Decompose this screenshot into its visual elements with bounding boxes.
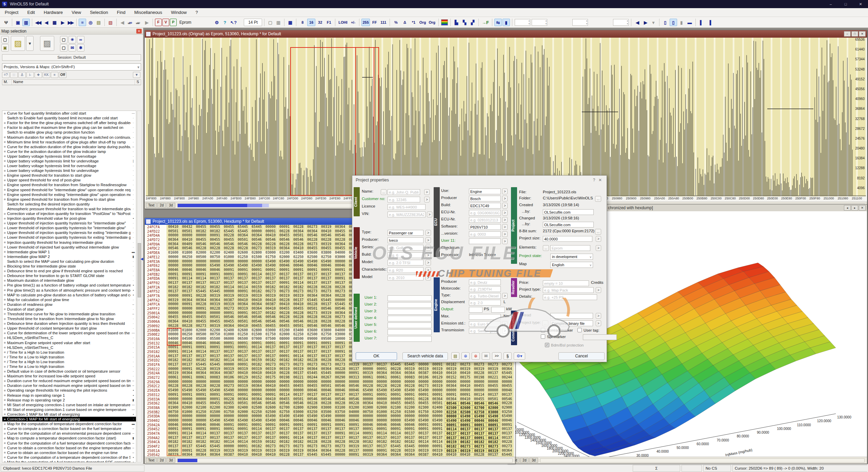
hex-cell[interactable]: 00364 — [208, 453, 222, 457]
map-list-icon[interactable]: ≡ — [79, 19, 86, 26]
hex-cell[interactable]: 00319 — [264, 294, 278, 298]
hex-cell[interactable]: 00319 — [417, 367, 431, 371]
project-state-dropdown[interactable]: in development — [550, 254, 593, 260]
map-list-item[interactable]: ∗/ Time for a High to Low transition· — [2, 350, 136, 355]
hex-cell[interactable]: 00175 — [264, 375, 278, 380]
hex-cell[interactable]: 00114 — [375, 431, 389, 436]
hex-cell[interactable]: 00000 — [347, 380, 361, 384]
hex-cell[interactable]: 00137 — [417, 436, 431, 440]
hex-cell[interactable]: 00091 — [208, 272, 222, 277]
hex-cell[interactable]: 65490 — [250, 418, 264, 423]
hex-cell[interactable]: 00091 — [236, 311, 250, 315]
hex-cell[interactable]: 00546 — [250, 315, 264, 319]
map-list-item[interactable]: ∗Curve for the computation of an environ… — [2, 431, 136, 436]
show-v-icon[interactable]: V — [162, 19, 169, 26]
hex-cell[interactable]: 00546 — [319, 397, 333, 401]
hex-cell[interactable]: 00501 — [236, 319, 250, 324]
hex-cell[interactable]: 65490 — [222, 263, 236, 268]
hex-cell[interactable]: 65490 — [389, 388, 403, 393]
hex-cell[interactable]: 65445 — [500, 371, 514, 375]
map-list-item[interactable]: ∗Default value in case of defective cool… — [2, 369, 136, 374]
hex-cell[interactable]: 00000 — [431, 380, 445, 384]
hex-cell[interactable]: 00228 — [333, 238, 347, 242]
map-list-item[interactable]: ∗Maximum Engine setpoint speed value aft… — [2, 340, 136, 345]
hex-cell[interactable]: 00221 — [486, 375, 500, 380]
hex-cell[interactable]: 02200 — [208, 328, 222, 333]
hex-cell[interactable]: 00182 — [403, 440, 417, 444]
map-list-item[interactable]: ∗Maximum duration for which the glow plu… — [2, 135, 136, 139]
hex-cell[interactable]: 00091 — [180, 272, 194, 277]
hex-cell[interactable]: 00501 — [236, 238, 250, 242]
hex-cell[interactable]: 00410 — [264, 453, 278, 457]
hex-cell[interactable]: 00000 — [236, 259, 250, 264]
hex-cell[interactable]: 00273 — [292, 362, 305, 367]
hex-cell[interactable]: 00091 — [403, 427, 417, 431]
hex-cell[interactable]: 00152 — [445, 375, 458, 380]
hex-cell[interactable]: 00091 — [236, 268, 250, 272]
hex-cell[interactable]: 00046 — [278, 263, 292, 268]
language-dropdown[interactable]: English — [550, 262, 593, 268]
hex-cell[interactable]: 00137 — [305, 427, 319, 431]
hex-cell[interactable]: 00000 — [361, 367, 375, 371]
hex-cell[interactable]: 00000 — [403, 380, 417, 384]
hex-cell[interactable]: 02200 — [403, 406, 417, 410]
close-button[interactable]: ✕ — [853, 0, 868, 8]
hex-cell[interactable]: 00137 — [458, 436, 472, 440]
hex-view-button[interactable]: FF — [371, 19, 379, 26]
map-list-item[interactable]: ∗Curve for the activation duration of th… — [2, 149, 136, 154]
hex-cell[interactable]: 00273 — [500, 444, 514, 449]
map-list-item[interactable]: ∗Engine speed threshold for transition t… — [2, 173, 136, 178]
hex-cell[interactable]: 65445 — [403, 362, 417, 367]
hex-cell[interactable]: 00114 — [194, 276, 208, 281]
hex-row[interactable]: 2502EA6549065490654906549065490000000000… — [145, 388, 514, 393]
hex-cell[interactable]: 03750 — [333, 410, 347, 414]
hex-cell[interactable]: 00000 — [431, 414, 445, 418]
hex-cell[interactable]: 00091 — [292, 341, 305, 346]
hex-cell[interactable]: 00091 — [222, 423, 236, 427]
hex-cell[interactable]: 00046 — [292, 418, 305, 423]
hex-cell[interactable]: 00228 — [319, 285, 333, 290]
map-list-item[interactable]: ∗Upper threshold of injection quantity h… — [2, 221, 136, 225]
hex-cell[interactable]: 00273 — [472, 444, 486, 449]
hex-cell[interactable]: 03000 — [486, 410, 500, 414]
hex-cell[interactable]: 00364 — [166, 242, 180, 247]
map-list-item[interactable]: ∗Duration curve for reduced maximum engi… — [2, 383, 136, 388]
hex-cell[interactable]: 00137 — [264, 427, 278, 431]
hex-cell[interactable]: 00273 — [278, 289, 292, 294]
hex-cell[interactable]: 00182 — [264, 440, 278, 444]
hex-cell[interactable]: 04000 — [333, 328, 347, 333]
hex-cell[interactable]: 00228 — [333, 367, 347, 371]
hex-cell[interactable]: 00137 — [236, 350, 250, 354]
hex-cell[interactable]: 00091 — [194, 427, 208, 431]
hex-cell[interactable]: 00061 — [194, 375, 208, 380]
ecu-nr-input[interactable] — [469, 210, 501, 216]
page-menu-icon[interactable]: ▾ — [650, 19, 657, 26]
hex-cell[interactable]: 00046 — [278, 418, 292, 423]
map-list-item[interactable]: Atmospheric pressure threshold for trans… — [2, 206, 136, 211]
hex-cell[interactable]: 02500 — [305, 255, 319, 259]
hex-cell[interactable]: 00137 — [194, 436, 208, 440]
hex-cell[interactable]: 00137 — [319, 436, 333, 440]
hex-cell[interactable]: 00364 — [445, 384, 458, 388]
hex-cell[interactable]: 00500 — [194, 332, 208, 337]
hex-cell[interactable]: 00228 — [389, 384, 403, 388]
hex-row[interactable]: 2504F20013700137654456544500000000910018… — [145, 444, 514, 449]
hex-cell[interactable]: 00000 — [180, 418, 194, 423]
hex-cell[interactable]: 00000 — [236, 414, 250, 418]
characteristic-input[interactable] — [388, 267, 423, 273]
column-mode-icon[interactable]: ▮ — [502, 19, 510, 26]
hex-cell[interactable]: 00319 — [319, 242, 333, 247]
hex-cell[interactable]: 00091 — [292, 268, 305, 272]
hex-cell[interactable]: 65490 — [264, 259, 278, 264]
hex-cell[interactable]: 00410 — [264, 371, 278, 375]
chart-bar-icon[interactable]: ▙ — [453, 19, 460, 26]
customer-no-input[interactable] — [388, 197, 420, 202]
hex-cell[interactable]: 00364 — [292, 229, 305, 234]
hex-cell[interactable]: 00455 — [333, 229, 347, 234]
hex-cell[interactable]: 00546 — [347, 384, 361, 388]
hex-cell[interactable]: 00137 — [319, 393, 333, 397]
hex-cell[interactable]: 00410 — [264, 298, 278, 302]
hex-cell[interactable]: 00319 — [458, 367, 472, 371]
hex-cell[interactable]: 00228 — [319, 358, 333, 362]
hex-cell[interactable]: 00410 — [250, 453, 264, 457]
